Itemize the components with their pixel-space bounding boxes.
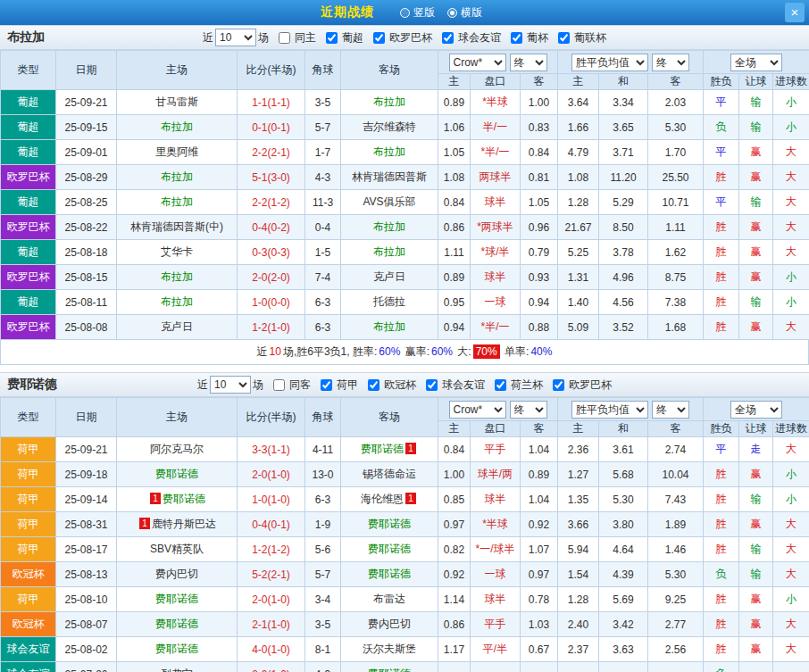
team-link: 费耶诺德 — [155, 468, 198, 480]
goals-cell: 大 — [773, 612, 809, 637]
league-3-filter[interactable]: 葡杯 — [511, 30, 550, 46]
score-cell: 2-1(1-0) — [238, 612, 305, 637]
odds-stage-select[interactable]: 终 — [510, 54, 547, 71]
same-venue-checkbox[interactable] — [279, 32, 290, 44]
avg-group-header: 胜平负均值终 — [558, 398, 704, 421]
home-team-cell: 布拉加 — [117, 115, 238, 140]
team-link: 林肯瑞德因普斯(中) — [130, 220, 223, 233]
league-3-checkbox[interactable] — [495, 379, 506, 391]
goals-cell: 小 — [773, 265, 809, 290]
avg-type-select[interactable]: 胜平负均值 — [571, 54, 648, 71]
league-1-checkbox[interactable] — [373, 32, 385, 44]
away-team-cell: 海伦维恩1 — [341, 487, 438, 512]
match-row: 荷甲25-08-311鹿特丹斯巴达0-4(0-1)1-9费耶诺德0.97*半球0… — [1, 512, 809, 537]
goals-cell: 大 — [773, 240, 809, 265]
home-odds-cell: 0.84 — [438, 437, 471, 462]
avg-draw-cell: 3.63 — [599, 637, 648, 662]
handicap-result-cell — [739, 662, 773, 672]
league-4-filter[interactable]: 欧罗巴杯 — [553, 377, 613, 393]
score-cell: 5-2(2-1) — [238, 562, 305, 587]
bookmaker-select[interactable]: Crow* — [449, 401, 506, 419]
team-link: 布拉加 — [373, 95, 405, 108]
corners-cell: 6-3 — [305, 290, 341, 315]
home-team-cell: 费耶诺德 — [117, 612, 238, 637]
scope-select[interactable]: 全场 — [730, 54, 782, 71]
league-0-filter[interactable]: 荷甲 — [321, 377, 360, 393]
league-0-checkbox[interactable] — [326, 32, 338, 44]
avg-away-cell: 1.62 — [648, 240, 704, 265]
match-row: 欧冠杯25-08-13费内巴切5-2(2-1)5-7费耶诺德0.92一球0.97… — [1, 562, 809, 587]
avg-stage-select[interactable]: 终 — [652, 54, 689, 71]
handicap-result-cell: 赢 — [739, 140, 773, 165]
league-1-filter[interactable]: 欧冠杯 — [368, 377, 418, 393]
away-odds-cell: 0.92 — [521, 512, 558, 537]
match-row: 欧罗巴杯25-08-29布拉加5-1(3-0)4-3林肯瑞德因普斯1.08两球半… — [1, 165, 809, 190]
scope-group-header: 全场 — [704, 51, 809, 74]
league-0-checkbox[interactable] — [321, 379, 332, 391]
score-cell: 1-0(1-0) — [238, 487, 305, 512]
odds-group-header: Crow*终 — [438, 398, 558, 421]
match-date-cell: 25-09-21 — [56, 90, 117, 115]
avg-type-select[interactable]: 胜平负均值 — [571, 401, 648, 419]
odds-stage-select[interactable]: 终 — [510, 401, 547, 419]
page-title: 近期战绩 — [321, 4, 374, 21]
team-link: 艾华卡 — [161, 245, 193, 258]
avg-home-cell: 1.28 — [558, 190, 599, 215]
league-4-checkbox[interactable] — [558, 32, 570, 44]
match-count-select[interactable]: 10 — [210, 376, 251, 394]
scope-select[interactable]: 全场 — [730, 401, 782, 419]
layout-vertical-radio[interactable]: 竖版 — [400, 5, 435, 21]
same-venue-checkbox[interactable] — [273, 379, 285, 391]
col-result: 胜负 — [704, 74, 739, 90]
away-team-cell: 费耶诺德 — [341, 662, 438, 672]
home-odds-cell: 1.00 — [438, 462, 471, 487]
league-2-filter[interactable]: 球会友谊 — [442, 30, 503, 46]
layout-horizontal-radio[interactable]: 横版 — [447, 5, 482, 21]
col-avg-away: 客 — [648, 74, 704, 90]
match-count-select[interactable]: 10 — [215, 29, 256, 46]
league-3-filter[interactable]: 荷兰杯 — [495, 377, 545, 393]
bookmaker-select[interactable]: Crow* — [449, 54, 506, 71]
away-odds-cell: 1.07 — [521, 537, 558, 562]
summary-text: 60% — [431, 345, 453, 358]
avg-draw-cell: 8.50 — [599, 215, 648, 240]
avg-home-cell: 1.54 — [558, 562, 599, 587]
result-cell: 胜 — [704, 265, 739, 290]
league-type-cell: 葡超 — [1, 90, 56, 115]
league-1-filter[interactable]: 欧罗巴杯 — [373, 30, 434, 46]
same-venue-filter[interactable]: 同主 — [279, 30, 318, 46]
same-venue-filter[interactable]: 同客 — [273, 377, 313, 393]
away-odds-cell: 0.78 — [521, 587, 558, 612]
home-team-cell: 1鹿特丹斯巴达 — [117, 512, 238, 537]
match-row: 欧罗巴杯25-08-22林肯瑞德因普斯(中)0-4(0-2)0-4布拉加0.86… — [1, 215, 809, 240]
goals-cell: 大 — [773, 512, 809, 537]
league-3-checkbox[interactable] — [511, 32, 522, 44]
league-1-checkbox[interactable] — [368, 379, 379, 391]
league-0-filter[interactable]: 葡超 — [326, 30, 365, 46]
league-3-label: 荷兰杯 — [511, 377, 543, 393]
col-avg-home: 主 — [558, 74, 599, 90]
away-team-cell: 布拉加 — [341, 90, 438, 115]
avg-away-cell: 10.71 — [648, 190, 704, 215]
team-link: 布雷达 — [373, 593, 405, 605]
handicap-cell: 球半 — [471, 190, 521, 215]
corners-cell: 1-5 — [305, 240, 341, 265]
match-row: 欧罗巴杯25-08-08克卢日1-2(1-0)6-3布拉加0.94*半/一0.8… — [1, 315, 809, 340]
league-2-filter[interactable]: 球会友谊 — [426, 377, 487, 393]
avg-away-cell: 1.11 — [648, 215, 704, 240]
league-4-filter[interactable]: 葡联杯 — [558, 30, 608, 46]
away-team-cell: 林肯瑞德因普斯 — [341, 165, 438, 190]
team-link: 费耶诺德 — [361, 443, 404, 455]
result-cell: 胜 — [704, 165, 739, 190]
home-team-cell: 布拉加 — [117, 290, 238, 315]
close-button[interactable]: × — [785, 3, 805, 22]
score-cell: 0-1(0-1) — [238, 115, 305, 140]
avg-draw-cell: 3.80 — [599, 512, 648, 537]
team-link: 布拉加 — [373, 145, 405, 158]
league-2-checkbox[interactable] — [426, 379, 438, 391]
goals-cell: 小 — [773, 290, 809, 315]
home-odds-cell: 0.86 — [438, 215, 471, 240]
league-2-checkbox[interactable] — [442, 32, 454, 44]
avg-stage-select[interactable]: 终 — [652, 401, 689, 419]
league-4-checkbox[interactable] — [553, 379, 564, 391]
